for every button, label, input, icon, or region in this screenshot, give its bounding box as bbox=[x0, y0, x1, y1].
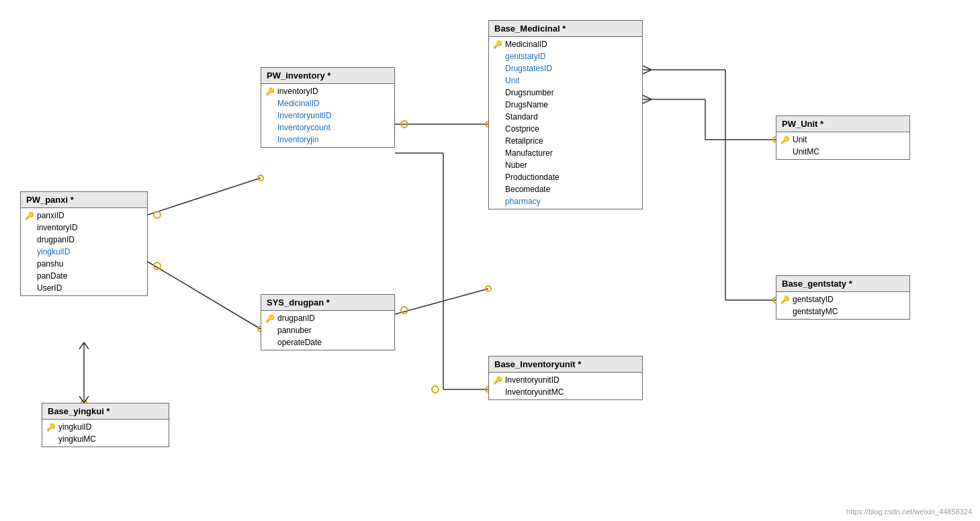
svg-line-44 bbox=[79, 396, 84, 403]
table-body-pw-panxi: 🔑 panxiID inventoryID drugpanID yingkuiI… bbox=[21, 208, 147, 295]
field-userid: UserID bbox=[21, 282, 147, 294]
pk-icon-inventoryunit: 🔑 bbox=[493, 376, 502, 385]
watermark: https://blog.csdn.net/weixin_44858324 bbox=[846, 508, 972, 516]
pk-icon-inv: 🔑 bbox=[265, 87, 275, 96]
svg-point-26 bbox=[258, 175, 263, 181]
field-yingkuiid-pk: 🔑 yingkuiID bbox=[42, 421, 169, 433]
field-gentstatyid-pk: 🔑 gentstatyID bbox=[776, 293, 909, 305]
field-drugpanid-pk: 🔑 drugpanID bbox=[261, 312, 394, 324]
svg-line-45 bbox=[84, 396, 89, 403]
field-productiondate: Productiondate bbox=[489, 171, 642, 183]
field-pandate: panDate bbox=[21, 270, 147, 282]
table-header-base-yingkui: Base_yingkui * bbox=[42, 404, 169, 420]
table-header-pw-unit: PW_Unit * bbox=[776, 116, 909, 132]
table-header-base-inventoryunit: Base_Inventoryunit * bbox=[489, 357, 642, 373]
svg-line-42 bbox=[79, 342, 84, 349]
field-inv-medicinalid: MedicinalID bbox=[261, 97, 394, 109]
svg-line-22 bbox=[643, 66, 652, 70]
field-inventoryid: 🔑 inventoryID bbox=[261, 85, 394, 97]
field-manufacturer: Manufacturer bbox=[489, 147, 642, 159]
table-pw-inventory: PW_inventory * 🔑 inventoryID MedicinalID… bbox=[261, 67, 395, 148]
field-drugsname: DrugsName bbox=[489, 99, 642, 111]
table-pw-unit: PW_Unit * 🔑 Unit UnitMC bbox=[776, 115, 910, 160]
field-drugsnumber: Drugsnumber bbox=[489, 87, 642, 99]
diagram-canvas: Base_Medicinal * 🔑 MedicinalID gentstaty… bbox=[0, 0, 980, 521]
field-inventoryjin: Inventoryjin bbox=[261, 134, 394, 146]
svg-line-15 bbox=[643, 95, 652, 99]
field-panxi-inventoryid: inventoryID bbox=[21, 222, 147, 234]
table-body-base-yingkui: 🔑 yingkuiID yingkuiMC bbox=[42, 420, 169, 446]
svg-line-43 bbox=[84, 342, 89, 349]
table-base-gentstaty: Base_gentstaty * 🔑 gentstatyID gentstaty… bbox=[776, 275, 910, 320]
svg-line-30 bbox=[148, 262, 261, 329]
table-header-pw-inventory: PW_inventory * bbox=[261, 68, 394, 84]
table-header-pw-panxi: PW_panxi * bbox=[21, 192, 147, 208]
field-gentstatyid: gentstatyID bbox=[489, 50, 642, 62]
field-drugstatesid: DrugstatesID bbox=[489, 62, 642, 75]
field-costprice: Costprice bbox=[489, 123, 642, 135]
field-medicinalid: 🔑 MedicinalID bbox=[489, 38, 642, 50]
svg-point-32 bbox=[154, 263, 161, 269]
field-drugpanid: drugpanID bbox=[21, 234, 147, 246]
table-body-base-inventoryunit: 🔑 InventoryunitID InventoryunitMC bbox=[489, 373, 642, 399]
field-retailprice: Retailprice bbox=[489, 135, 642, 147]
field-yingkuimc: yingkuiMC bbox=[42, 433, 169, 445]
table-header-sys-drugpan: SYS_drugpan * bbox=[261, 295, 394, 311]
table-body-base-medicinal: 🔑 MedicinalID gentstatyID DrugstatesID U… bbox=[489, 37, 642, 209]
field-nuber: Nuber bbox=[489, 159, 642, 171]
pk-icon-gentstaty: 🔑 bbox=[781, 295, 790, 304]
field-standard: Standard bbox=[489, 111, 642, 123]
svg-point-29 bbox=[154, 211, 161, 218]
table-body-pw-inventory: 🔑 inventoryID MedicinalID InventoryunitI… bbox=[261, 84, 394, 147]
table-base-yingkui: Base_yingkui * 🔑 yingkuiID yingkuiMC bbox=[42, 403, 169, 447]
table-sys-drugpan: SYS_drugpan * 🔑 drugpanID pannuber opera… bbox=[261, 294, 395, 350]
table-body-sys-drugpan: 🔑 drugpanID pannuber operateDate bbox=[261, 311, 394, 350]
field-pannuber: pannuber bbox=[261, 324, 394, 336]
table-header-base-medicinal: Base_Medicinal * bbox=[489, 21, 642, 37]
field-inventoryunitid-pk: 🔑 InventoryunitID bbox=[489, 374, 642, 386]
svg-point-36 bbox=[486, 286, 491, 291]
field-inventoryunitid: InventoryunitID bbox=[261, 109, 394, 122]
field-unit: Unit bbox=[489, 75, 642, 87]
pk-icon-unit: 🔑 bbox=[781, 136, 790, 144]
field-becomedate: Becomedate bbox=[489, 183, 642, 195]
pk-icon: 🔑 bbox=[493, 40, 502, 49]
field-unitmc: UnitMC bbox=[776, 146, 909, 158]
svg-line-35 bbox=[395, 289, 488, 314]
field-pharmacy: pharmacy bbox=[489, 195, 642, 207]
field-inventorycount: Inventorycount bbox=[261, 122, 394, 134]
field-inventoryunitmc: InventoryunitMC bbox=[489, 386, 642, 398]
table-body-pw-unit: 🔑 Unit UnitMC bbox=[776, 132, 909, 159]
field-gentstatymc: gentstatyMC bbox=[776, 305, 909, 318]
svg-line-25 bbox=[148, 178, 261, 215]
field-operatedate: operateDate bbox=[261, 336, 394, 348]
field-yingkuiid: yingkuiID bbox=[21, 246, 147, 258]
pk-icon-drugpan: 🔑 bbox=[265, 314, 275, 323]
field-panshu: panshu bbox=[21, 258, 147, 270]
svg-point-5 bbox=[401, 121, 408, 128]
table-base-medicinal: Base_Medicinal * 🔑 MedicinalID gentstaty… bbox=[488, 20, 643, 209]
table-pw-panxi: PW_panxi * 🔑 panxiID inventoryID drugpan… bbox=[20, 191, 148, 296]
svg-line-23 bbox=[643, 70, 652, 74]
field-panxiid: 🔑 panxiID bbox=[21, 209, 147, 222]
table-body-base-gentstaty: 🔑 gentstatyID gentstatyMC bbox=[776, 292, 909, 319]
svg-point-10 bbox=[432, 386, 439, 393]
table-base-inventoryunit: Base_Inventoryunit * 🔑 InventoryunitID I… bbox=[488, 356, 643, 400]
pk-icon-panxi: 🔑 bbox=[25, 211, 34, 220]
table-header-base-gentstaty: Base_gentstaty * bbox=[776, 276, 909, 292]
pk-icon-yingkui: 🔑 bbox=[46, 423, 56, 432]
field-unit-pk: 🔑 Unit bbox=[776, 134, 909, 146]
svg-line-16 bbox=[643, 99, 652, 103]
svg-point-37 bbox=[401, 307, 408, 314]
